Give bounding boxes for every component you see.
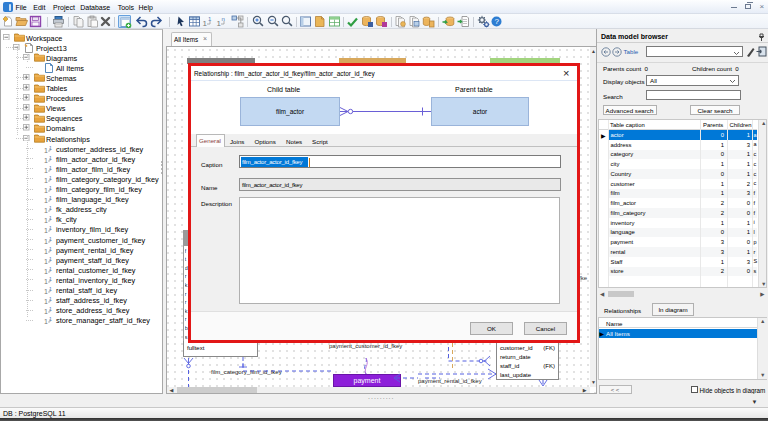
- svg-text:1: 1: [44, 318, 48, 325]
- svg-text:1: 1: [49, 205, 52, 211]
- svg-text:1: 1: [49, 275, 52, 281]
- svg-text:1: 1: [49, 255, 52, 261]
- svg-text:1: 1: [49, 164, 52, 170]
- svg-text:1: 1: [49, 225, 52, 231]
- svg-text:1: 1: [49, 316, 52, 322]
- svg-text:1: 1: [49, 245, 52, 251]
- svg-text:1: 1: [49, 174, 52, 180]
- svg-text:1: 1: [203, 19, 208, 28]
- svg-text:1: 1: [49, 195, 52, 201]
- svg-text:1: 1: [49, 296, 52, 302]
- svg-text:?: ?: [494, 17, 499, 26]
- svg-text:1: 1: [49, 265, 52, 271]
- svg-text:1: 1: [49, 215, 52, 221]
- svg-text:1: 1: [49, 154, 52, 160]
- svg-text:1: 1: [49, 144, 52, 150]
- svg-text:1: 1: [49, 306, 52, 312]
- svg-text:1: 1: [49, 235, 52, 241]
- svg-text:1: 1: [49, 286, 52, 292]
- svg-text:1: 1: [49, 185, 52, 191]
